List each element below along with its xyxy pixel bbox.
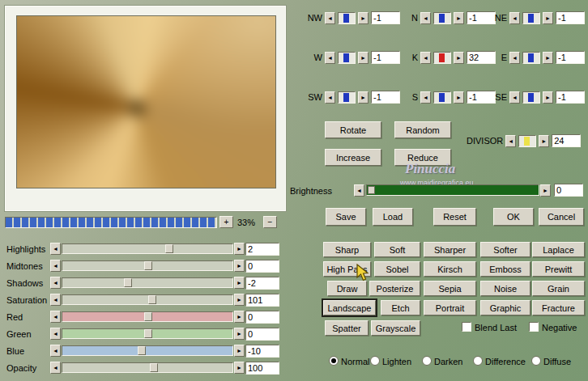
slider-track[interactable] bbox=[62, 277, 233, 288]
blend-last-checkbox[interactable] bbox=[462, 322, 471, 332]
arrow-right-icon[interactable]: ► bbox=[234, 243, 245, 255]
filter-button-emboss[interactable]: Emboss bbox=[480, 261, 530, 277]
arrow-right-icon[interactable]: ► bbox=[540, 184, 551, 197]
arrow-right-icon[interactable]: ► bbox=[454, 91, 464, 104]
filter-button-landscape[interactable]: Landscape bbox=[323, 300, 376, 315]
slider-thumb[interactable] bbox=[124, 278, 132, 287]
divisor-value-field[interactable] bbox=[552, 134, 581, 147]
slider-thumb[interactable] bbox=[439, 53, 445, 62]
se-value-field[interactable] bbox=[556, 91, 585, 104]
preview-image[interactable] bbox=[16, 15, 276, 188]
arrow-right-icon[interactable]: ► bbox=[358, 52, 369, 64]
slider-thumb[interactable] bbox=[165, 244, 173, 253]
blend-mode-radio-normal[interactable] bbox=[329, 356, 339, 366]
highlights-value-field[interactable] bbox=[245, 243, 279, 256]
arrow-left-icon[interactable]: ◄ bbox=[50, 345, 61, 357]
slider-track[interactable] bbox=[62, 294, 233, 305]
slider-thumb[interactable] bbox=[144, 261, 152, 270]
slider-thumb[interactable] bbox=[148, 295, 156, 304]
arrow-right-icon[interactable]: ► bbox=[358, 91, 369, 104]
slider-track[interactable] bbox=[62, 260, 233, 271]
e-value-field[interactable] bbox=[556, 51, 585, 64]
direction-slider[interactable] bbox=[433, 12, 451, 24]
increase-button[interactable]: Increase bbox=[325, 149, 381, 166]
arrow-left-icon[interactable]: ◄ bbox=[50, 311, 61, 323]
brightness-slider[interactable] bbox=[366, 184, 539, 196]
filter-button-sepia[interactable]: Sepia bbox=[424, 281, 476, 296]
arrow-right-icon[interactable]: ► bbox=[358, 12, 369, 24]
arrow-left-icon[interactable]: ◄ bbox=[325, 91, 335, 104]
opacity-value-field[interactable] bbox=[245, 362, 279, 375]
random-button[interactable]: Random bbox=[394, 121, 451, 138]
arrow-left-icon[interactable]: ◄ bbox=[50, 243, 61, 255]
nw-value-field[interactable] bbox=[371, 11, 400, 24]
arrow-right-icon[interactable]: ► bbox=[234, 311, 245, 323]
saturation-value-field[interactable] bbox=[245, 294, 279, 307]
filter-button-grayscale[interactable]: Grayscale bbox=[371, 320, 420, 336]
arrow-right-icon[interactable]: ► bbox=[543, 91, 553, 104]
filter-button-kirsch[interactable]: Kirsch bbox=[424, 261, 476, 277]
direction-slider[interactable] bbox=[433, 91, 451, 104]
sw-value-field[interactable] bbox=[371, 91, 400, 104]
filter-button-fracture[interactable]: Fracture bbox=[532, 300, 585, 315]
arrow-left-icon[interactable]: ◄ bbox=[50, 328, 61, 340]
arrow-left-icon[interactable]: ◄ bbox=[509, 52, 520, 64]
filter-button-sharp[interactable]: Sharp bbox=[323, 242, 371, 257]
slider-thumb[interactable] bbox=[150, 363, 158, 372]
ok-button[interactable]: OK bbox=[493, 208, 534, 226]
filter-button-noise[interactable]: Noise bbox=[480, 281, 530, 296]
arrow-left-icon[interactable]: ◄ bbox=[509, 91, 520, 104]
filter-button-sharper[interactable]: Sharper bbox=[424, 242, 476, 257]
arrow-left-icon[interactable]: ◄ bbox=[325, 12, 335, 24]
slider-thumb[interactable] bbox=[528, 93, 534, 102]
filter-button-soft[interactable]: Soft bbox=[374, 242, 420, 257]
arrow-right-icon[interactable]: ► bbox=[234, 328, 245, 340]
slider-track[interactable] bbox=[62, 243, 233, 254]
midtones-value-field[interactable] bbox=[245, 260, 279, 273]
blend-mode-radio-diffuse[interactable] bbox=[531, 356, 541, 366]
red-value-field[interactable] bbox=[245, 311, 279, 324]
arrow-right-icon[interactable]: ► bbox=[234, 345, 245, 357]
slider-track[interactable] bbox=[62, 311, 233, 322]
blend-mode-radio-difference[interactable] bbox=[473, 356, 483, 366]
arrow-right-icon[interactable]: ► bbox=[539, 135, 549, 147]
arrow-right-icon[interactable]: ► bbox=[234, 294, 245, 306]
filter-button-graphic[interactable]: Graphic bbox=[480, 300, 530, 315]
arrow-left-icon[interactable]: ◄ bbox=[420, 12, 431, 24]
direction-slider[interactable] bbox=[338, 52, 356, 64]
slider-thumb[interactable] bbox=[528, 14, 534, 23]
filter-button-spatter[interactable]: Spatter bbox=[325, 320, 369, 336]
arrow-left-icon[interactable]: ◄ bbox=[50, 362, 61, 374]
arrow-left-icon[interactable]: ◄ bbox=[354, 184, 364, 197]
arrow-right-icon[interactable]: ► bbox=[454, 12, 464, 24]
slider-thumb[interactable] bbox=[144, 329, 152, 338]
direction-slider[interactable] bbox=[338, 91, 356, 104]
filter-button-softer[interactable]: Softer bbox=[480, 242, 530, 257]
slider-thumb[interactable] bbox=[343, 53, 349, 62]
arrow-right-icon[interactable]: ► bbox=[234, 260, 245, 272]
filter-button-sobel[interactable]: Sobel bbox=[374, 261, 420, 277]
direction-slider[interactable] bbox=[522, 52, 540, 64]
zoom-out-button[interactable]: − bbox=[263, 216, 277, 228]
slider-thumb[interactable] bbox=[138, 346, 146, 355]
blue-value-field[interactable] bbox=[245, 345, 279, 358]
w-value-field[interactable] bbox=[371, 51, 400, 64]
arrow-left-icon[interactable]: ◄ bbox=[505, 135, 516, 147]
arrow-left-icon[interactable]: ◄ bbox=[50, 260, 61, 272]
filter-button-posterize[interactable]: Posterize bbox=[369, 281, 420, 296]
arrow-left-icon[interactable]: ◄ bbox=[420, 91, 431, 104]
filter-button-laplace[interactable]: Laplace bbox=[532, 242, 585, 257]
filter-button-portrait[interactable]: Portrait bbox=[424, 300, 476, 315]
filter-button-grain[interactable]: Grain bbox=[532, 281, 585, 296]
blend-mode-radio-lighten[interactable] bbox=[370, 356, 380, 366]
arrow-right-icon[interactable]: ► bbox=[543, 52, 553, 64]
blend-mode-radio-darken[interactable] bbox=[422, 356, 432, 366]
direction-slider[interactable] bbox=[522, 91, 540, 104]
shadows-value-field[interactable] bbox=[245, 277, 279, 290]
arrow-left-icon[interactable]: ◄ bbox=[509, 12, 520, 24]
direction-slider[interactable] bbox=[522, 12, 540, 24]
arrow-left-icon[interactable]: ◄ bbox=[50, 294, 61, 306]
rotate-button[interactable]: Rotate bbox=[325, 121, 381, 138]
save-button[interactable]: Save bbox=[326, 208, 366, 226]
zoom-in-button[interactable]: + bbox=[219, 216, 233, 228]
